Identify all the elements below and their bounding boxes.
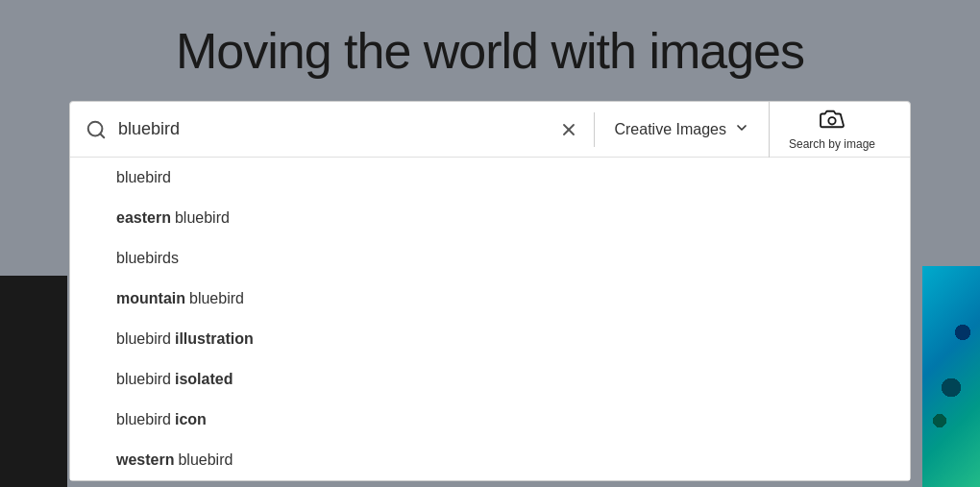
suggestion-bluebirds[interactable]: bluebirds xyxy=(70,238,910,279)
bg-dark-left xyxy=(0,276,67,487)
suggestion-bluebird-isolated[interactable]: bluebird isolated xyxy=(70,359,910,400)
search-icon xyxy=(86,119,107,140)
chevron-down-icon xyxy=(734,120,749,138)
svg-line-1 xyxy=(100,134,104,137)
camera-icon xyxy=(820,109,845,135)
title-area: Moving the world with images xyxy=(0,0,980,101)
creative-images-button[interactable]: Creative Images xyxy=(595,102,769,158)
bg-image-right xyxy=(922,266,980,487)
search-bar: Creative Images Search by image xyxy=(70,102,910,158)
suggestion-western-bluebird[interactable]: western bluebird xyxy=(70,440,910,480)
creative-images-label: Creative Images xyxy=(614,121,726,138)
suggestion-bluebird[interactable]: bluebird xyxy=(70,158,910,198)
suggestions-dropdown: bluebird eastern bluebird bluebirds moun… xyxy=(70,158,910,480)
search-by-image-label: Search by image xyxy=(789,137,875,151)
search-input[interactable] xyxy=(118,119,559,139)
clear-icon[interactable] xyxy=(559,120,578,139)
suggestion-bluebird-illustration[interactable]: bluebird illustration xyxy=(70,319,910,359)
svg-point-4 xyxy=(828,117,835,124)
page-title: Moving the world with images xyxy=(176,22,804,80)
suggestion-mountain-bluebird[interactable]: mountain bluebird xyxy=(70,279,910,319)
suggestion-bluebird-icon[interactable]: bluebird icon xyxy=(70,400,910,440)
search-container: Creative Images Search by image bluebird xyxy=(69,101,911,481)
suggestion-eastern-bluebird[interactable]: eastern bluebird xyxy=(70,198,910,238)
search-by-image-button[interactable]: Search by image xyxy=(770,102,894,158)
